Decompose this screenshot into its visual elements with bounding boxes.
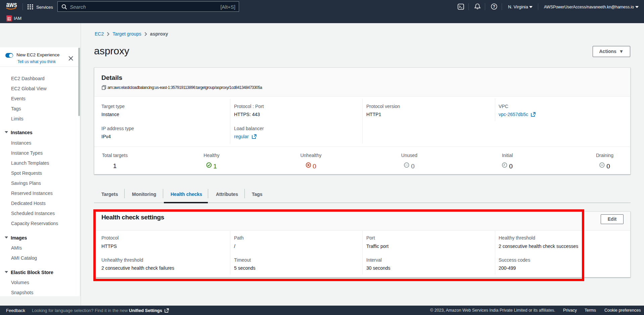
svg-text:aws: aws [6, 2, 17, 8]
svg-text:?: ? [493, 4, 495, 9]
